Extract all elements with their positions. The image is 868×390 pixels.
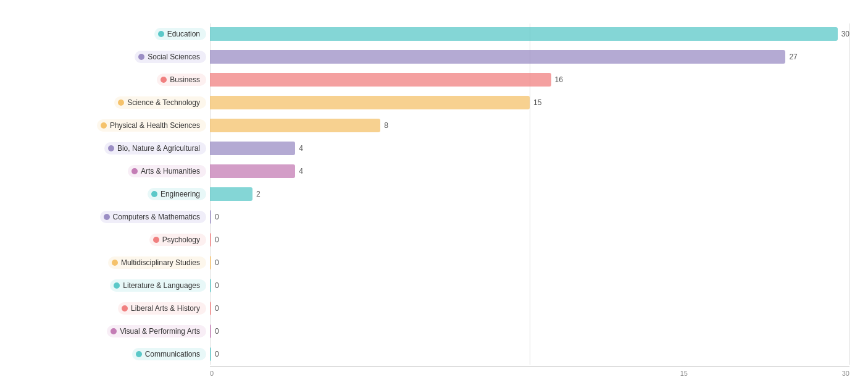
bar-label: Visual & Performing Arts bbox=[120, 327, 200, 336]
bar-dot bbox=[158, 31, 164, 37]
bar-row: Science & Technology15 bbox=[19, 92, 849, 113]
bar-label: Communications bbox=[145, 350, 200, 358]
bar-row: Computers & Mathematics0 bbox=[19, 206, 849, 227]
bar-dot bbox=[161, 77, 167, 83]
bar bbox=[210, 164, 295, 178]
bar-label: Physical & Health Sciences bbox=[110, 121, 200, 130]
bar bbox=[210, 324, 211, 338]
bar bbox=[210, 187, 252, 201]
bar-row: Physical & Health Sciences8 bbox=[19, 115, 849, 136]
x-axis-label: 15 bbox=[526, 370, 842, 377]
bar-dot bbox=[108, 145, 114, 151]
bar-dot bbox=[122, 305, 128, 312]
bar-label: Bio, Nature & Agricultural bbox=[117, 144, 200, 153]
bar-label: Engineering bbox=[161, 190, 200, 198]
bar bbox=[210, 119, 380, 132]
bar bbox=[210, 27, 838, 41]
bar-dot bbox=[111, 328, 117, 334]
bar-value: 30 bbox=[841, 30, 849, 38]
bar-row: Visual & Performing Arts0 bbox=[19, 321, 849, 342]
bar-value: 0 bbox=[215, 235, 219, 244]
x-axis-label: 30 bbox=[842, 370, 849, 377]
bar-dot bbox=[112, 260, 118, 266]
bar-value: 0 bbox=[215, 213, 219, 221]
bar-label: Education bbox=[167, 30, 200, 38]
bar-row: Liberal Arts & History0 bbox=[19, 298, 849, 319]
chart-container: Education30Social Sciences27Business16Sc… bbox=[19, 12, 849, 377]
x-axis-label: 0 bbox=[210, 370, 526, 377]
bar-dot bbox=[136, 351, 142, 357]
bar-value: 15 bbox=[533, 98, 541, 107]
bar-row: Multidisciplinary Studies0 bbox=[19, 252, 849, 273]
bar bbox=[210, 73, 551, 87]
bar-dot bbox=[114, 282, 120, 289]
bar-dot bbox=[118, 100, 124, 106]
bar-row: Business16 bbox=[19, 69, 849, 90]
bar-label: Science & Technology bbox=[127, 98, 200, 107]
bar-label: Psychology bbox=[162, 235, 200, 244]
bar-label: Literature & Languages bbox=[123, 281, 200, 290]
bar bbox=[210, 347, 211, 361]
bar-row: Arts & Humanities4 bbox=[19, 161, 849, 182]
bar-value: 0 bbox=[215, 327, 219, 336]
bar-row: Psychology0 bbox=[19, 229, 849, 250]
bars-section: Education30Social Sciences27Business16Sc… bbox=[19, 23, 849, 377]
bar-row: Social Sciences27 bbox=[19, 46, 849, 67]
bar-dot bbox=[138, 54, 144, 60]
bar-dot bbox=[101, 122, 107, 129]
bar-row: Engineering2 bbox=[19, 184, 849, 205]
bar-value: 16 bbox=[555, 75, 563, 84]
bar-value: 8 bbox=[384, 121, 388, 130]
bar-label: Social Sciences bbox=[148, 53, 200, 61]
bar-label: Arts & Humanities bbox=[141, 167, 200, 176]
bar-label: Business bbox=[170, 75, 200, 84]
bar-value: 4 bbox=[299, 167, 303, 176]
bar-value: 4 bbox=[299, 144, 303, 153]
bar-label: Multidisciplinary Studies bbox=[121, 258, 200, 267]
bar-value: 2 bbox=[256, 190, 261, 198]
bar-value: 0 bbox=[215, 350, 219, 358]
bar-row: Bio, Nature & Agricultural4 bbox=[19, 138, 849, 159]
bar-dot bbox=[153, 237, 159, 243]
bar-label: Computers & Mathematics bbox=[113, 213, 200, 221]
bar bbox=[210, 279, 211, 292]
bar-value: 0 bbox=[215, 258, 219, 267]
bar bbox=[210, 50, 785, 64]
bar-dot bbox=[131, 168, 138, 174]
bar-dot bbox=[104, 214, 110, 220]
bar bbox=[210, 256, 211, 269]
bar-row: Education30 bbox=[19, 23, 849, 45]
bar-dot bbox=[151, 191, 157, 197]
bar bbox=[210, 233, 211, 247]
bar bbox=[210, 96, 530, 109]
bar-row: Communications0 bbox=[19, 344, 849, 365]
bar-row: Literature & Languages0 bbox=[19, 275, 849, 296]
bar bbox=[210, 210, 211, 224]
bar-value: 0 bbox=[215, 304, 219, 313]
bar-label: Liberal Arts & History bbox=[131, 304, 200, 313]
bar-value: 27 bbox=[789, 53, 797, 61]
bar bbox=[210, 142, 295, 155]
bar bbox=[210, 302, 211, 315]
bar-value: 0 bbox=[215, 281, 219, 290]
